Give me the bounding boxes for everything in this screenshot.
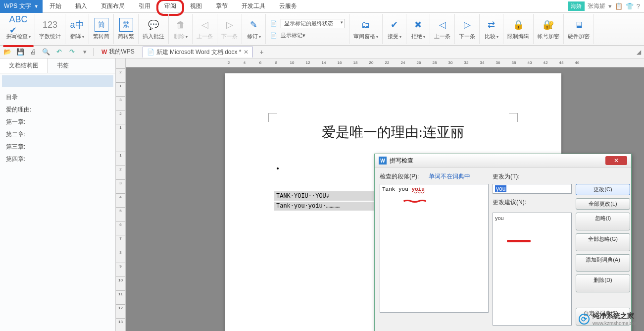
chs2cht-icon: 繁: [119, 18, 133, 32]
save-icon[interactable]: 💾: [16, 48, 25, 56]
paragraph-textbox[interactable]: Tank you yoiu: [380, 184, 489, 313]
outline-item[interactable]: 第三章:: [6, 141, 109, 153]
translate-icon: a中: [70, 18, 84, 32]
menu-cloud[interactable]: 云服务: [272, 0, 304, 13]
paragraph-label: 检查的段落(P): 单词不在词典中: [380, 172, 489, 181]
rnext-icon: ▷: [460, 18, 474, 32]
ignore-button[interactable]: 忽略(I): [576, 213, 630, 230]
sidebar-tab-bookmark[interactable]: 书签: [48, 58, 78, 73]
ribbon-restrict[interactable]: 🔒 限制编辑: [503, 14, 534, 44]
show-marks-button[interactable]: 显示标记▾: [281, 32, 305, 39]
paragraph-text-pre: Tank you: [382, 186, 411, 192]
user-dropdown-icon[interactable]: ▾: [608, 2, 612, 10]
ribbon-rnext-label: 下一条: [459, 33, 475, 40]
ribbon-delete-label: 删除: [174, 33, 185, 39]
qat-separator: [93, 48, 94, 56]
ribbon-marks-group: 📄显示标记的最终状态 📄显示标记▾: [266, 14, 349, 44]
ribbon-wordcount[interactable]: 123 字数统计: [35, 14, 65, 44]
ribbon-review-pane[interactable]: 🗂 审阅窗格▾: [349, 14, 383, 44]
ribbon-hardware-enc-label: 硬件加密: [568, 33, 590, 40]
change-to-input[interactable]: you: [493, 184, 572, 194]
show-state-dropdown[interactable]: 显示标记的最终状态: [281, 19, 345, 28]
ribbon-chs2cht[interactable]: 繁 简转繁: [114, 14, 139, 44]
outline-item[interactable]: 第二章:: [6, 128, 109, 141]
ribbon-rprev[interactable]: ◁ 上一条: [430, 14, 455, 44]
help-icon[interactable]: ?: [637, 2, 640, 10]
app-logo[interactable]: WPS 文字 ▼: [0, 0, 43, 13]
ribbon-insert-comment[interactable]: 💬 插入批注: [139, 14, 169, 44]
ribbon-accept[interactable]: ✔ 接受▾: [383, 14, 406, 44]
clipboard-icon[interactable]: 📋: [615, 2, 623, 10]
menu-section[interactable]: 章节: [209, 0, 235, 13]
ribbon-delete[interactable]: 🗑 删除▾: [169, 14, 193, 44]
print-icon[interactable]: 🖨: [29, 48, 38, 56]
ribbon-reject-label: 拒绝: [411, 33, 422, 39]
menu-review[interactable]: 审阅: [157, 0, 183, 13]
next-icon: ▷: [223, 18, 237, 32]
suggestion-item[interactable]: you: [495, 215, 569, 221]
dialog-title-text: 拼写检查: [390, 157, 413, 165]
menu-devtools[interactable]: 开发工具: [235, 0, 272, 13]
showstate-icon: 📄: [270, 20, 278, 28]
showmarks-icon: 📄: [270, 31, 278, 39]
account-enc-icon: 🔐: [542, 18, 555, 32]
doc-icon: 📄: [147, 49, 154, 55]
menu-insert[interactable]: 插入: [68, 0, 94, 13]
tab-add-button[interactable]: +: [257, 48, 267, 56]
menu-pagelayout[interactable]: 页面布局: [94, 0, 132, 13]
outline-item[interactable]: 第四章:: [6, 153, 109, 166]
ribbon-hardware-enc[interactable]: 🖥 硬件加密: [564, 14, 594, 44]
menu-start[interactable]: 开始: [43, 0, 68, 13]
redo-icon[interactable]: ↷: [67, 48, 76, 56]
outline-item[interactable]: 第一章:: [6, 116, 109, 128]
outline-item[interactable]: 目录: [6, 91, 109, 104]
ribbon-wordcount-label: 字数统计: [39, 33, 61, 40]
revise-icon: ✎: [247, 18, 261, 32]
ribbon-revise[interactable]: ✎ 修订▾: [242, 14, 266, 44]
dialog-titlebar[interactable]: W 拼写检查 ✕: [375, 154, 631, 167]
sidebar-tab-structure[interactable]: 文档结构图: [0, 58, 48, 73]
tab-close-icon[interactable]: ✕: [244, 49, 248, 55]
ribbon-compare[interactable]: ⇄ 比较▾: [480, 14, 503, 44]
print-preview-icon[interactable]: 🔍: [42, 48, 50, 56]
menu-reference[interactable]: 引用: [132, 0, 157, 13]
tab-mywps[interactable]: W 我的WPS: [98, 47, 139, 57]
shirt-icon[interactable]: 👕: [626, 2, 634, 10]
spellcheck-icon: ABC✔: [11, 18, 25, 32]
ribbon-spellcheck[interactable]: ABC✔ 拼写检查▾: [2, 14, 35, 44]
spellcheck-dialog: W 拼写检查 ✕ 检查的段落(P): 单词不在词典中 更改为(T): Tank …: [374, 154, 632, 331]
outline-item[interactable]: 爱的理由:: [6, 104, 109, 116]
user-badge[interactable]: 海娇: [568, 1, 585, 11]
ribbon-reject[interactable]: ✖ 拒绝▾: [406, 14, 430, 44]
undo-icon[interactable]: ↶: [54, 48, 63, 56]
add-dict-button[interactable]: 添加到词典(A): [576, 254, 630, 272]
delete-button[interactable]: 删除(D): [576, 275, 630, 292]
change-to-label: 更改为(T):: [493, 172, 572, 181]
dialog-close-button[interactable]: ✕: [605, 156, 627, 165]
ribbon-translate[interactable]: a中 翻译▾: [65, 14, 89, 44]
ribbon-rnext[interactable]: ▷ 下一条: [455, 14, 480, 44]
user-name[interactable]: 张海娇: [588, 2, 605, 10]
ribbon-prev-comment[interactable]: ◁ 上一条: [193, 14, 217, 44]
qat-more-icon[interactable]: ▾: [80, 48, 89, 56]
wps-logo-icon: W: [101, 49, 107, 55]
ribbon-account-enc[interactable]: 🔐 帐号加密: [534, 14, 564, 44]
tab-document[interactable]: 📄 新建 Microsoft Word 文档.docx * ✕: [143, 47, 253, 57]
menu-view[interactable]: 视图: [183, 0, 209, 13]
change-all-button[interactable]: 全部更改(L): [576, 198, 630, 210]
outline-list: 目录 爱的理由: 第一章: 第二章: 第三章: 第四章:: [0, 89, 115, 167]
watermark-icon: ⟳: [579, 314, 590, 325]
ribbon-cht2chs[interactable]: 简 繁转简: [89, 14, 114, 44]
change-button[interactable]: 更改(C): [576, 184, 630, 195]
collapse-ribbon-icon[interactable]: ◢: [637, 49, 641, 55]
open-icon[interactable]: 📂: [3, 48, 12, 56]
ribbon: ABC✔ 拼写检查▾ 123 字数统计 a中 翻译▾ 简 繁转简 繁 简转繁 💬…: [0, 13, 644, 46]
compare-icon: ⇄: [485, 18, 498, 32]
user-area: 海娇 张海娇 ▾ 📋 👕 ?: [568, 1, 644, 11]
vertical-ruler[interactable]: 2132112345678910111213141516171819: [116, 58, 126, 331]
annotation-squiggle-2: [507, 238, 531, 241]
horizontal-ruler[interactable]: 2468101214161820222426283032343638404244…: [126, 58, 644, 67]
ribbon-next-comment[interactable]: ▷ 下一条: [217, 14, 242, 44]
suggestions-list[interactable]: you: [493, 213, 572, 326]
ignore-all-button[interactable]: 全部忽略(G): [576, 233, 630, 251]
